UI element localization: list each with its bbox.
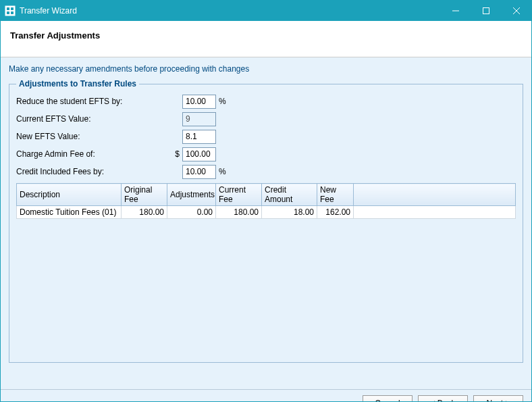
- group-legend: Adjustments to Transfer Rules: [16, 79, 139, 89]
- form-rows: Reduce the student EFTS by: % Current EF…: [16, 94, 516, 179]
- svg-rect-2: [11, 7, 14, 10]
- row-new-efts: New EFTS Value:: [16, 129, 516, 144]
- cell-adjustments: 0.00: [167, 206, 216, 219]
- minimize-button[interactable]: [440, 1, 471, 21]
- svg-rect-1: [7, 7, 9, 10]
- current-efts-label: Current EFTS Value:: [16, 114, 171, 124]
- cell-original: 180.00: [122, 206, 167, 219]
- admin-fee-prefix: $: [171, 149, 180, 159]
- adjustments-group: Adjustments to Transfer Rules Reduce the…: [9, 79, 523, 363]
- row-reduce-efts: Reduce the student EFTS by: %: [16, 94, 516, 109]
- th-adjustments[interactable]: Adjustments: [167, 184, 216, 206]
- admin-fee-label: Charge Admin Fee of:: [16, 149, 171, 159]
- cell-current: 180.00: [216, 206, 262, 219]
- credit-fees-input[interactable]: [182, 165, 216, 179]
- window-controls: [440, 1, 531, 21]
- intro-text: Make any necessary amendments before pro…: [9, 64, 523, 74]
- svg-rect-3: [7, 11, 9, 14]
- footer: Cancel < Back Next >: [1, 389, 531, 402]
- svg-rect-6: [483, 8, 489, 14]
- table-row[interactable]: Domestic Tuition Fees (01) 180.00 0.00 1…: [17, 206, 516, 219]
- th-original[interactable]: Original Fee: [122, 184, 167, 206]
- row-credit-fees: Credit Included Fees by: %: [16, 164, 516, 179]
- credit-fees-label: Credit Included Fees by:: [16, 167, 171, 176]
- th-credit[interactable]: Credit Amount: [262, 184, 317, 206]
- row-admin-fee: Charge Admin Fee of: $: [16, 147, 516, 161]
- app-icon: [5, 5, 16, 16]
- credit-fees-suffix: %: [219, 167, 226, 176]
- cell-newfee: 162.00: [317, 206, 354, 219]
- reduce-efts-input[interactable]: [182, 95, 216, 109]
- row-current-efts: Current EFTS Value:: [16, 111, 516, 126]
- window-title: Transfer Wizard: [20, 6, 440, 16]
- maximize-button[interactable]: [471, 1, 501, 21]
- back-button[interactable]: < Back: [418, 395, 468, 402]
- new-efts-label: New EFTS Value:: [16, 132, 171, 141]
- reduce-efts-suffix: %: [219, 97, 226, 106]
- titlebar: Transfer Wizard: [1, 1, 531, 21]
- main-body: Make any necessary amendments before pro…: [1, 57, 531, 389]
- next-button[interactable]: Next >: [473, 395, 523, 402]
- close-button[interactable]: [501, 1, 531, 21]
- cancel-button[interactable]: Cancel: [363, 395, 413, 402]
- header-panel: Transfer Adjustments: [1, 21, 531, 57]
- th-current[interactable]: Current Fee: [216, 184, 262, 206]
- cell-credit: 18.00: [262, 206, 317, 219]
- page-title: Transfer Adjustments: [10, 30, 522, 41]
- reduce-efts-label: Reduce the student EFTS by:: [16, 97, 171, 106]
- admin-fee-input[interactable]: [182, 147, 216, 161]
- svg-rect-4: [11, 11, 14, 14]
- current-efts-input: [182, 112, 216, 126]
- th-description[interactable]: Description: [17, 184, 122, 206]
- cell-filler: [354, 206, 516, 219]
- th-filler: [354, 184, 516, 206]
- table-header-row: Description Original Fee Adjustments Cur…: [17, 184, 516, 206]
- new-efts-input[interactable]: [182, 130, 216, 144]
- th-newfee[interactable]: New Fee: [317, 184, 354, 206]
- cell-description: Domestic Tuition Fees (01): [17, 206, 122, 219]
- fees-table: Description Original Fee Adjustments Cur…: [16, 183, 516, 219]
